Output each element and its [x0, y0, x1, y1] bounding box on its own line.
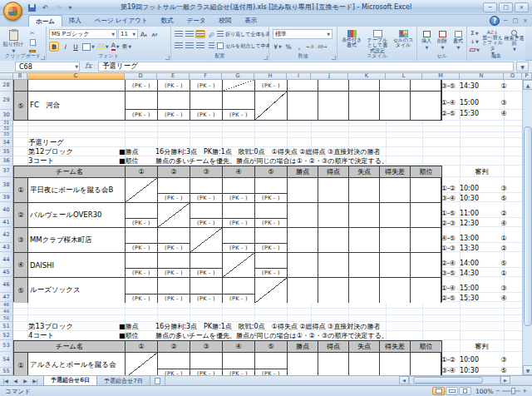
column-header-j[interactable]: J [311, 73, 348, 80]
header-m3[interactable]: ③ [190, 166, 223, 177]
header-m4[interactable]: ④ [223, 341, 255, 352]
orientation-button[interactable]: ab [206, 30, 216, 38]
format-as-table-button[interactable]: テーブルとして書式設定 [365, 28, 390, 53]
referee-cell[interactable]: ④ [492, 109, 515, 117]
scroll-left-button[interactable]: ◀ [399, 376, 409, 384]
header-m4[interactable]: ④ [223, 166, 255, 177]
match-cell[interactable]: (PK - ) [223, 353, 255, 375]
row-header[interactable]: 33 [0, 132, 13, 138]
row-header[interactable]: 46 [0, 277, 13, 293]
save-button[interactable] [27, 2, 37, 12]
referee-cell[interactable]: ① [492, 234, 515, 242]
stat-cell[interactable] [349, 178, 380, 202]
self-match-cell[interactable] [255, 92, 288, 120]
row-header[interactable]: 39 [0, 193, 13, 202]
header-m1[interactable]: ① [126, 341, 158, 352]
column-header-l[interactable]: L [386, 73, 422, 80]
formula-bar-expand-button[interactable]: ▼ [516, 62, 529, 72]
workbook-restore-button[interactable]: □ [511, 17, 520, 26]
self-match-cell[interactable] [223, 80, 255, 91]
stat-cell[interactable] [349, 278, 380, 303]
header-rank[interactable]: 順位 [411, 166, 441, 177]
match-cell[interactable]: (PK - ) [126, 203, 158, 227]
column-header-c[interactable]: C [27, 73, 125, 80]
number-format-select[interactable]: 標準▼ [273, 29, 332, 39]
stat-cell[interactable] [349, 92, 380, 120]
tab-formulas[interactable]: 数式 [154, 15, 180, 27]
number-dialog-launcher[interactable] [332, 56, 336, 60]
row-header[interactable]: 54 [0, 352, 13, 368]
insert-worksheet-button[interactable] [150, 376, 165, 386]
row-header[interactable]: 37 [0, 166, 13, 177]
match-cell[interactable]: (PK - ) [255, 203, 288, 227]
stat-cell[interactable] [380, 253, 411, 277]
block13-court[interactable]: 4コート [28, 331, 54, 341]
row-header[interactable]: 48 [0, 302, 13, 309]
pk-cell[interactable]: (PK - ) [190, 80, 223, 91]
column-header-k[interactable]: K [348, 73, 386, 80]
alignment-dialog-launcher[interactable] [264, 56, 268, 60]
schedule-entry[interactable]: ③-⑤14:30 [422, 269, 479, 277]
schedule-entry[interactable]: ①-④15:00 [422, 98, 479, 106]
team-number-cell[interactable]: ① [14, 353, 28, 375]
align-middle-button[interactable] [185, 30, 195, 38]
stat-cell[interactable] [288, 253, 318, 277]
match-cell[interactable]: (PK - ) [255, 178, 288, 202]
bold-button[interactable]: B [49, 42, 59, 52]
schedule-entry[interactable]: ①-③13:30 [422, 244, 479, 252]
row-header[interactable]: 35 [0, 147, 13, 156]
stat-cell[interactable] [288, 203, 318, 227]
cut-button[interactable]: ✂ [27, 29, 37, 37]
scroll-down-button[interactable]: ▼ [523, 365, 532, 375]
conditional-formatting-button[interactable]: 条件付き書式 [339, 28, 364, 48]
team-number-cell[interactable]: ⑤ [14, 92, 28, 120]
match-cell[interactable]: (PK - ) [190, 92, 223, 120]
team-name-cell[interactable]: MMクラブ桜木町店 [28, 228, 126, 252]
block12-court[interactable]: 3コート [28, 156, 54, 166]
zoom-slider-thumb[interactable] [511, 388, 515, 394]
borders-button[interactable]: ▼ [81, 42, 96, 52]
stat-cell[interactable] [288, 278, 318, 303]
vertical-scrollbar[interactable]: ▲ ▼ [522, 80, 532, 375]
stat-cell[interactable] [288, 80, 318, 91]
schedule-entry[interactable]: ③-⑤14:30 [422, 82, 479, 90]
row-header[interactable]: 44 [0, 252, 13, 268]
column-header-n[interactable]: N [460, 73, 504, 80]
font-size-select[interactable]: 11▼ [118, 29, 138, 39]
self-match-cell[interactable] [126, 178, 158, 202]
match-cell[interactable]: (PK - ) [158, 278, 190, 303]
referee-cell[interactable]: ① [492, 82, 515, 90]
column-header-g[interactable]: G [222, 73, 254, 80]
self-match-cell[interactable] [158, 203, 190, 227]
schedule-entry[interactable]: ②-④14:00 [422, 259, 479, 267]
header-goals-for[interactable]: 得点 [318, 166, 349, 177]
pk-cell[interactable]: (PK - ) [126, 80, 158, 91]
header-m3[interactable]: ③ [190, 341, 223, 352]
cell-styles-button[interactable]: セルのスタイル [391, 28, 416, 48]
column-header-o[interactable]: O [504, 73, 522, 80]
match-cell[interactable]: (PK - ) [223, 92, 255, 120]
schedule-entry[interactable]: ③-④10:30 [422, 366, 479, 374]
stat-cell[interactable] [349, 353, 380, 375]
percent-format-button[interactable]: % [283, 42, 293, 52]
page-break-view-button[interactable] [459, 387, 471, 395]
match-cell[interactable]: (PK - ) [126, 228, 158, 252]
stat-cell[interactable] [318, 80, 349, 91]
comma-format-button[interactable]: , [294, 42, 304, 52]
stat-cell[interactable] [318, 178, 349, 202]
header-team[interactable]: チーム名 [14, 341, 126, 352]
schedule-entry[interactable]: ①-②10:00 [422, 355, 479, 364]
stat-cell[interactable] [318, 203, 349, 227]
first-sheet-button[interactable]: |◀ [1, 377, 10, 385]
stat-cell[interactable] [380, 92, 411, 120]
match-cell[interactable]: (PK - ) [255, 253, 288, 277]
row-header[interactable]: 30 [0, 110, 13, 121]
header-points[interactable]: 勝点 [288, 341, 318, 352]
column-header-f[interactable]: F [190, 73, 222, 80]
row-header[interactable]: 41 [0, 218, 13, 227]
stat-cell[interactable] [380, 178, 411, 202]
minimize-button[interactable]: ─ [483, 2, 497, 12]
team-number-cell[interactable]: ③ [14, 228, 28, 252]
team-name-cell[interactable] [28, 80, 126, 91]
match-cell[interactable]: (PK - ) [223, 178, 255, 202]
